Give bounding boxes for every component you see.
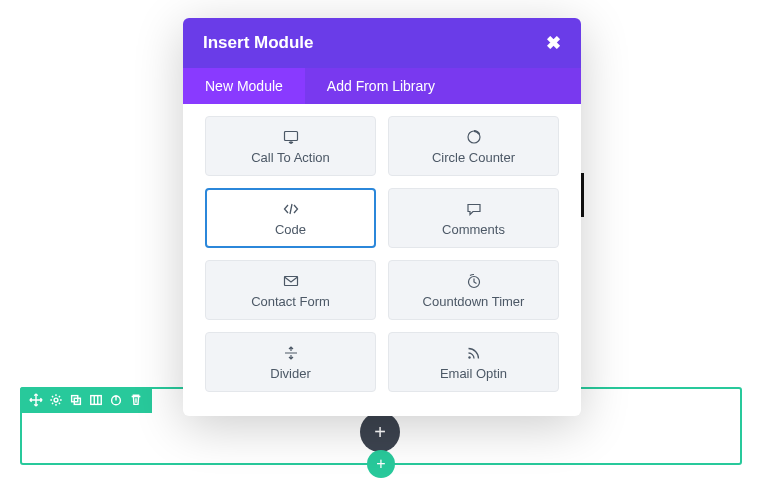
envelope-icon [283, 272, 299, 290]
close-icon[interactable]: ✖ [546, 32, 561, 54]
modal-header: Insert Module ✖ [183, 18, 581, 68]
comments-icon [466, 200, 482, 218]
module-card-code[interactable]: Code [205, 188, 376, 248]
modal-tabs: New Module Add From Library [183, 68, 581, 104]
module-label: Code [275, 222, 306, 237]
add-module-button-dark[interactable]: + [360, 412, 400, 452]
module-grid: Call To Action Circle Counter Code Comme… [205, 116, 559, 392]
duplicate-icon[interactable] [66, 390, 86, 410]
cta-icon [283, 128, 299, 146]
power-icon[interactable] [106, 390, 126, 410]
code-icon [283, 200, 299, 218]
module-card-call-to-action[interactable]: Call To Action [205, 116, 376, 176]
tab-new-module[interactable]: New Module [183, 68, 305, 104]
module-label: Countdown Timer [423, 294, 525, 309]
module-card-circle-counter[interactable]: Circle Counter [388, 116, 559, 176]
circle-counter-icon [466, 128, 482, 146]
modal-title: Insert Module [203, 33, 314, 53]
insert-module-modal: Insert Module ✖ New Module Add From Libr… [183, 18, 581, 416]
add-row-button-green[interactable]: + [367, 450, 395, 478]
svg-point-9 [468, 356, 470, 358]
move-icon[interactable] [26, 390, 46, 410]
module-label: Comments [442, 222, 505, 237]
module-label: Email Optin [440, 366, 507, 381]
module-label: Call To Action [251, 150, 330, 165]
modal-body: Call To Action Circle Counter Code Comme… [183, 104, 581, 416]
plus-icon: + [376, 455, 385, 473]
columns-icon[interactable] [86, 390, 106, 410]
module-card-divider[interactable]: Divider [205, 332, 376, 392]
plus-icon: + [374, 421, 386, 444]
tab-add-from-library[interactable]: Add From Library [305, 68, 457, 104]
divider-icon [283, 344, 299, 362]
svg-rect-3 [91, 396, 102, 405]
svg-point-0 [54, 398, 58, 402]
svg-rect-5 [284, 131, 297, 140]
module-label: Divider [270, 366, 310, 381]
module-label: Circle Counter [432, 150, 515, 165]
gear-icon[interactable] [46, 390, 66, 410]
countdown-icon [466, 272, 482, 290]
rss-icon [466, 344, 482, 362]
module-label: Contact Form [251, 294, 330, 309]
module-card-comments[interactable]: Comments [388, 188, 559, 248]
module-card-email-optin[interactable]: Email Optin [388, 332, 559, 392]
delete-icon[interactable] [126, 390, 146, 410]
module-card-countdown-timer[interactable]: Countdown Timer [388, 260, 559, 320]
section-toolbar [20, 387, 152, 413]
module-card-contact-form[interactable]: Contact Form [205, 260, 376, 320]
